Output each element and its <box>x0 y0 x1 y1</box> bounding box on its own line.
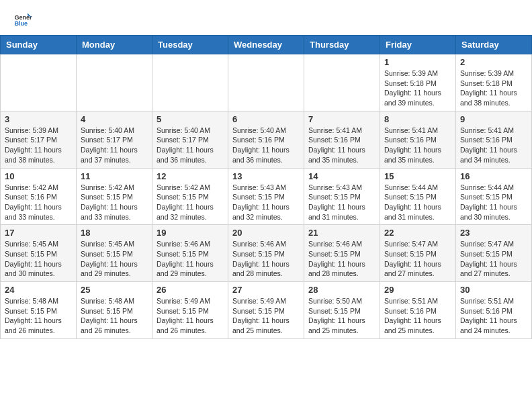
day-info: Sunrise: 5:47 AM Sunset: 5:15 PM Dayligh… <box>460 239 527 279</box>
calendar-cell: 20Sunrise: 5:46 AM Sunset: 5:15 PM Dayli… <box>228 225 304 282</box>
calendar-cell: 17Sunrise: 5:45 AM Sunset: 5:15 PM Dayli… <box>1 225 77 282</box>
day-info: Sunrise: 5:42 AM Sunset: 5:15 PM Dayligh… <box>157 183 224 222</box>
day-number: 3 <box>5 114 72 124</box>
calendar-cell: 11Sunrise: 5:42 AM Sunset: 5:15 PM Dayli… <box>77 168 152 225</box>
calendar-cell: 22Sunrise: 5:47 AM Sunset: 5:15 PM Dayli… <box>380 225 456 282</box>
calendar-cell: 27Sunrise: 5:49 AM Sunset: 5:15 PM Dayli… <box>228 282 304 339</box>
day-info: Sunrise: 5:39 AM Sunset: 5:18 PM Dayligh… <box>460 68 527 108</box>
day-info: Sunrise: 5:48 AM Sunset: 5:15 PM Dayligh… <box>5 296 72 336</box>
day-info: Sunrise: 5:41 AM Sunset: 5:16 PM Dayligh… <box>308 126 375 165</box>
day-number: 1 <box>384 57 451 67</box>
day-number: 17 <box>5 228 72 238</box>
calendar-cell <box>1 54 77 111</box>
day-info: Sunrise: 5:39 AM Sunset: 5:17 PM Dayligh… <box>5 126 72 165</box>
calendar-cell: 10Sunrise: 5:42 AM Sunset: 5:16 PM Dayli… <box>1 168 77 225</box>
day-number: 27 <box>232 285 300 295</box>
calendar-cell: 18Sunrise: 5:45 AM Sunset: 5:15 PM Dayli… <box>77 225 152 282</box>
day-info: Sunrise: 5:46 AM Sunset: 5:15 PM Dayligh… <box>308 239 375 279</box>
day-number: 21 <box>308 228 375 238</box>
calendar-cell <box>152 54 228 111</box>
calendar-cell: 1Sunrise: 5:39 AM Sunset: 5:18 PM Daylig… <box>380 54 456 111</box>
day-info: Sunrise: 5:46 AM Sunset: 5:15 PM Dayligh… <box>232 239 300 279</box>
calendar-cell: 19Sunrise: 5:46 AM Sunset: 5:15 PM Dayli… <box>152 225 228 282</box>
svg-text:Blue: Blue <box>14 20 28 27</box>
weekday-header-thursday: Thursday <box>304 36 380 54</box>
calendar-cell: 2Sunrise: 5:39 AM Sunset: 5:18 PM Daylig… <box>456 54 532 111</box>
week-row-4: 17Sunrise: 5:45 AM Sunset: 5:15 PM Dayli… <box>1 225 532 282</box>
day-info: Sunrise: 5:50 AM Sunset: 5:15 PM Dayligh… <box>308 296 375 336</box>
calendar-cell: 16Sunrise: 5:44 AM Sunset: 5:15 PM Dayli… <box>456 168 532 225</box>
calendar-cell: 8Sunrise: 5:41 AM Sunset: 5:16 PM Daylig… <box>380 111 456 168</box>
day-number: 9 <box>460 114 527 124</box>
calendar-cell: 13Sunrise: 5:43 AM Sunset: 5:15 PM Dayli… <box>228 168 304 225</box>
calendar-cell: 3Sunrise: 5:39 AM Sunset: 5:17 PM Daylig… <box>1 111 77 168</box>
day-info: Sunrise: 5:45 AM Sunset: 5:15 PM Dayligh… <box>5 239 72 279</box>
calendar-cell: 23Sunrise: 5:47 AM Sunset: 5:15 PM Dayli… <box>456 225 532 282</box>
day-info: Sunrise: 5:51 AM Sunset: 5:16 PM Dayligh… <box>460 296 527 336</box>
week-row-5: 24Sunrise: 5:48 AM Sunset: 5:15 PM Dayli… <box>1 282 532 339</box>
day-number: 30 <box>460 285 527 295</box>
calendar-cell: 29Sunrise: 5:51 AM Sunset: 5:16 PM Dayli… <box>380 282 456 339</box>
weekday-header-friday: Friday <box>380 36 456 54</box>
calendar-cell <box>228 54 304 111</box>
weekday-header-wednesday: Wednesday <box>228 36 304 54</box>
day-info: Sunrise: 5:51 AM Sunset: 5:16 PM Dayligh… <box>384 296 451 336</box>
day-number: 25 <box>81 285 148 295</box>
day-info: Sunrise: 5:42 AM Sunset: 5:16 PM Dayligh… <box>5 183 72 222</box>
day-number: 5 <box>157 114 224 124</box>
day-number: 12 <box>157 171 224 181</box>
day-number: 18 <box>81 228 148 238</box>
weekday-header-sunday: Sunday <box>1 36 77 54</box>
day-number: 16 <box>460 171 527 181</box>
day-number: 8 <box>384 114 451 124</box>
day-info: Sunrise: 5:43 AM Sunset: 5:15 PM Dayligh… <box>308 183 375 222</box>
weekday-header-saturday: Saturday <box>456 36 532 54</box>
calendar-cell: 25Sunrise: 5:48 AM Sunset: 5:15 PM Dayli… <box>77 282 152 339</box>
calendar-cell: 21Sunrise: 5:46 AM Sunset: 5:15 PM Dayli… <box>304 225 380 282</box>
day-info: Sunrise: 5:49 AM Sunset: 5:15 PM Dayligh… <box>157 296 224 336</box>
day-number: 20 <box>232 228 300 238</box>
day-info: Sunrise: 5:41 AM Sunset: 5:16 PM Dayligh… <box>384 126 451 165</box>
calendar-cell: 15Sunrise: 5:44 AM Sunset: 5:15 PM Dayli… <box>380 168 456 225</box>
day-info: Sunrise: 5:39 AM Sunset: 5:18 PM Dayligh… <box>384 68 451 108</box>
day-number: 6 <box>232 114 300 124</box>
day-number: 13 <box>232 171 300 181</box>
day-number: 14 <box>308 171 375 181</box>
calendar-cell: 28Sunrise: 5:50 AM Sunset: 5:15 PM Dayli… <box>304 282 380 339</box>
day-number: 29 <box>384 285 451 295</box>
day-number: 19 <box>157 228 224 238</box>
logo: General Blue <box>13 11 35 30</box>
logo-icon: General Blue <box>13 11 32 30</box>
calendar-table: SundayMondayTuesdayWednesdayThursdayFrid… <box>0 35 532 339</box>
week-row-2: 3Sunrise: 5:39 AM Sunset: 5:17 PM Daylig… <box>1 111 532 168</box>
day-info: Sunrise: 5:40 AM Sunset: 5:16 PM Dayligh… <box>232 126 300 165</box>
day-info: Sunrise: 5:44 AM Sunset: 5:15 PM Dayligh… <box>460 183 527 222</box>
calendar-cell: 9Sunrise: 5:41 AM Sunset: 5:16 PM Daylig… <box>456 111 532 168</box>
calendar-cell: 12Sunrise: 5:42 AM Sunset: 5:15 PM Dayli… <box>152 168 228 225</box>
day-number: 22 <box>384 228 451 238</box>
day-info: Sunrise: 5:43 AM Sunset: 5:15 PM Dayligh… <box>232 183 300 222</box>
calendar-cell: 7Sunrise: 5:41 AM Sunset: 5:16 PM Daylig… <box>304 111 380 168</box>
day-info: Sunrise: 5:42 AM Sunset: 5:15 PM Dayligh… <box>81 183 148 222</box>
day-info: Sunrise: 5:48 AM Sunset: 5:15 PM Dayligh… <box>81 296 148 336</box>
day-number: 26 <box>157 285 224 295</box>
svg-text:General: General <box>14 14 32 21</box>
week-row-3: 10Sunrise: 5:42 AM Sunset: 5:16 PM Dayli… <box>1 168 532 225</box>
day-info: Sunrise: 5:49 AM Sunset: 5:15 PM Dayligh… <box>232 296 300 336</box>
calendar-cell: 14Sunrise: 5:43 AM Sunset: 5:15 PM Dayli… <box>304 168 380 225</box>
week-row-1: 1Sunrise: 5:39 AM Sunset: 5:18 PM Daylig… <box>1 54 532 111</box>
weekday-header-monday: Monday <box>77 36 152 54</box>
day-info: Sunrise: 5:41 AM Sunset: 5:16 PM Dayligh… <box>460 126 527 165</box>
calendar-cell: 30Sunrise: 5:51 AM Sunset: 5:16 PM Dayli… <box>456 282 532 339</box>
day-number: 15 <box>384 171 451 181</box>
page-header: General Blue <box>0 0 532 35</box>
day-info: Sunrise: 5:40 AM Sunset: 5:17 PM Dayligh… <box>157 126 224 165</box>
weekday-header-tuesday: Tuesday <box>152 36 228 54</box>
day-number: 7 <box>308 114 375 124</box>
day-number: 10 <box>5 171 72 181</box>
day-info: Sunrise: 5:47 AM Sunset: 5:15 PM Dayligh… <box>384 239 451 279</box>
calendar-cell: 6Sunrise: 5:40 AM Sunset: 5:16 PM Daylig… <box>228 111 304 168</box>
day-info: Sunrise: 5:44 AM Sunset: 5:15 PM Dayligh… <box>384 183 451 222</box>
calendar-cell: 5Sunrise: 5:40 AM Sunset: 5:17 PM Daylig… <box>152 111 228 168</box>
day-info: Sunrise: 5:46 AM Sunset: 5:15 PM Dayligh… <box>157 239 224 279</box>
